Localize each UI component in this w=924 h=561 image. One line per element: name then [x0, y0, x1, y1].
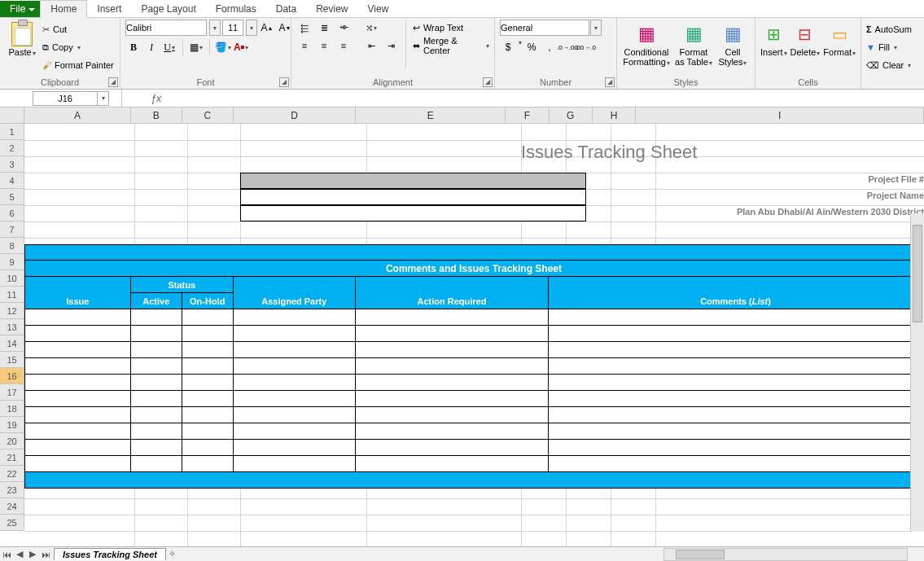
merge-center-button[interactable]: ⬌Merge & Center▾ — [413, 37, 489, 54]
table-row[interactable] — [24, 391, 923, 407]
tab-insert[interactable]: Insert — [87, 1, 131, 17]
underline-button[interactable]: U▾ — [161, 39, 177, 55]
table-row[interactable] — [24, 358, 923, 375]
column-headers[interactable]: ABCDEFGHI — [24, 107, 924, 124]
col-header-E[interactable]: E — [356, 107, 506, 124]
row-header-22[interactable]: 22 — [0, 466, 24, 482]
row-header-6[interactable]: 6 — [0, 205, 24, 221]
align-right-button[interactable]: ≡ — [335, 37, 352, 54]
name-box-dropdown[interactable]: ▾ — [98, 91, 109, 106]
vertical-scrollbar[interactable] — [910, 213, 924, 532]
col-header-I[interactable]: I — [636, 107, 924, 124]
italic-button[interactable]: I — [143, 39, 160, 55]
align-top-button[interactable]: ⬱ — [296, 20, 313, 36]
row-header-3[interactable]: 3 — [0, 156, 24, 173]
tab-home[interactable]: Home — [40, 0, 87, 18]
table-row[interactable] — [24, 440, 923, 456]
table-row[interactable] — [24, 423, 923, 440]
tab-page-layout[interactable]: Page Layout — [131, 1, 205, 17]
currency-button[interactable]: $ — [500, 39, 516, 55]
worksheet-grid[interactable]: ABCDEFGHI 123456789101112131415161718192… — [0, 107, 924, 546]
row-header-9[interactable]: 9 — [0, 254, 24, 270]
row-header-11[interactable]: 11 — [0, 287, 24, 303]
row-header-16[interactable]: 16 — [0, 368, 24, 384]
row-header-17[interactable]: 17 — [0, 384, 24, 401]
fill-color-button[interactable]: 🪣▾ — [215, 39, 231, 55]
bold-button[interactable]: B — [125, 39, 142, 55]
table-row[interactable] — [24, 456, 923, 472]
decrease-decimal-button[interactable]: .00→.0 — [577, 39, 593, 55]
input-district[interactable] — [240, 205, 586, 221]
number-launcher[interactable]: ◢ — [605, 77, 615, 87]
input-project-name[interactable] — [240, 189, 586, 205]
sheet-nav-prev[interactable]: ◀ — [13, 549, 26, 559]
clipboard-launcher[interactable]: ◢ — [108, 77, 118, 87]
col-header-C[interactable]: C — [182, 107, 234, 124]
row-header-14[interactable]: 14 — [0, 335, 24, 352]
align-bottom-button[interactable]: ⬲ — [335, 20, 352, 36]
orientation-button[interactable]: ⤭▾ — [363, 20, 379, 36]
row-header-4[interactable]: 4 — [0, 173, 24, 189]
new-sheet-button[interactable]: ✧ — [166, 549, 179, 559]
sheet-nav-first[interactable]: ⏮ — [0, 550, 13, 559]
alignment-launcher[interactable]: ◢ — [483, 77, 493, 87]
align-middle-button[interactable]: ≣ — [316, 20, 332, 36]
col-header-G[interactable]: G — [550, 107, 593, 124]
delete-cells-button[interactable]: ⊟ Delete▾ — [790, 20, 821, 59]
col-header-H[interactable]: H — [593, 107, 636, 124]
font-color-button[interactable]: A▾ — [233, 39, 249, 55]
row-header-15[interactable]: 15 — [0, 352, 24, 368]
table-row[interactable] — [24, 309, 923, 326]
tab-file[interactable]: File — [0, 1, 40, 17]
row-header-2[interactable]: 2 — [0, 140, 24, 156]
fill-button[interactable]: ▼Fill▾ — [866, 39, 912, 55]
font-size-combo[interactable] — [222, 20, 243, 36]
font-name-combo[interactable] — [125, 20, 207, 36]
row-header-8[interactable]: 8 — [0, 238, 24, 254]
paste-button[interactable]: Paste▾ — [5, 20, 39, 59]
row-header-1[interactable]: 1 — [0, 124, 24, 140]
select-all-corner[interactable] — [0, 107, 24, 124]
col-header-F[interactable]: F — [506, 107, 549, 124]
copy-button[interactable]: ⧉Copy▾ — [42, 39, 114, 55]
row-header-12[interactable]: 12 — [0, 303, 24, 319]
col-header-D[interactable]: D — [234, 107, 356, 124]
row-header-24[interactable]: 24 — [0, 498, 24, 515]
tab-formulas[interactable]: Formulas — [206, 1, 266, 17]
row-header-20[interactable]: 20 — [0, 433, 24, 449]
cell-styles-button[interactable]: ▦ Cell Styles▾ — [716, 20, 749, 68]
comma-button[interactable]: , — [541, 39, 558, 55]
number-format-combo[interactable] — [500, 20, 589, 36]
row-header-5[interactable]: 5 — [0, 189, 24, 205]
sheet-tab-active[interactable]: Issues Tracking Sheet — [54, 548, 166, 560]
row-header-23[interactable]: 23 — [0, 482, 24, 498]
autosum-button[interactable]: ΣAutoSum — [866, 21, 912, 37]
border-button[interactable]: ▦▾ — [188, 39, 204, 55]
sheet-nav-last[interactable]: ⏭ — [39, 550, 52, 559]
align-left-button[interactable]: ≡ — [296, 37, 313, 54]
font-launcher[interactable]: ◢ — [279, 77, 289, 87]
row-header-13[interactable]: 13 — [0, 319, 24, 335]
row-header-21[interactable]: 21 — [0, 449, 24, 466]
grow-font-button[interactable]: A▲ — [259, 20, 275, 36]
table-row[interactable] — [24, 407, 923, 423]
horizontal-scrollbar[interactable] — [663, 548, 908, 561]
decrease-indent-button[interactable]: ⇤ — [363, 37, 379, 54]
row-header-25[interactable]: 25 — [0, 515, 24, 531]
shrink-font-button[interactable]: A▼ — [277, 20, 293, 36]
sheet-nav-next[interactable]: ▶ — [26, 549, 39, 559]
tab-data[interactable]: Data — [266, 1, 306, 17]
align-center-button[interactable]: ≡ — [316, 37, 332, 54]
table-row[interactable] — [24, 342, 923, 358]
table-row[interactable] — [24, 326, 923, 342]
row-header-19[interactable]: 19 — [0, 417, 24, 433]
percent-button[interactable]: % — [523, 39, 540, 55]
cut-button[interactable]: ✂Cut — [42, 21, 114, 37]
col-header-A[interactable]: A — [24, 107, 131, 124]
row-headers[interactable]: 1234567891011121314151617181920212223242… — [0, 124, 24, 531]
insert-cells-button[interactable]: ⊞ Insert▾ — [760, 20, 787, 59]
name-box[interactable] — [33, 91, 98, 106]
row-header-10[interactable]: 10 — [0, 270, 24, 287]
formula-bar[interactable] — [166, 90, 924, 107]
increase-decimal-button[interactable]: .0→.00 — [559, 39, 576, 55]
